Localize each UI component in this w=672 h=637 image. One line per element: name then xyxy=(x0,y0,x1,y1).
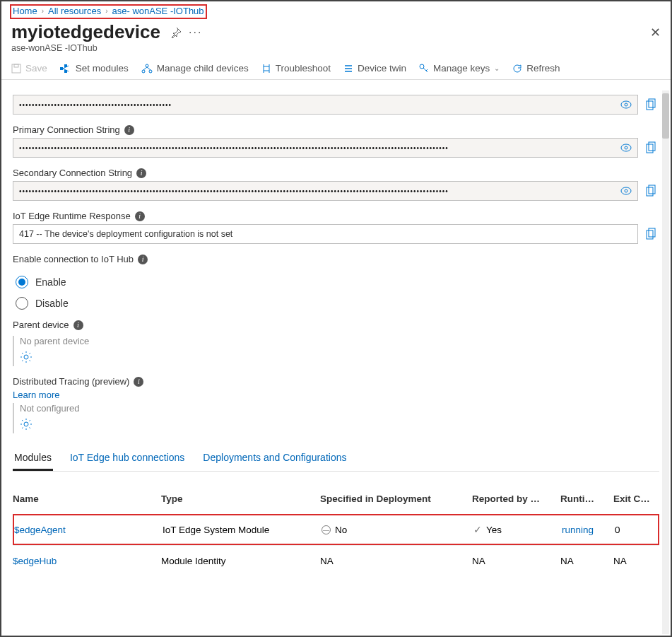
col-reported[interactable]: Reported by … xyxy=(472,493,560,504)
copy-icon[interactable] xyxy=(645,98,659,111)
svg-rect-2 xyxy=(60,67,63,70)
module-tabs: Modules IoT Edge hub connections Deploym… xyxy=(13,452,659,472)
radio-button-icon[interactable] xyxy=(16,276,28,288)
check-icon: ✓ xyxy=(473,524,482,535)
distributed-tracing-label: Distributed Tracing (preview) i xyxy=(13,376,143,387)
svg-point-27 xyxy=(625,189,627,192)
module-exit: 0 xyxy=(615,525,654,535)
col-name[interactable]: Name xyxy=(13,493,161,504)
module-reported: ✓ Yes xyxy=(473,524,562,535)
masked-dots: ••••••••••••••••••••••••••••••••••••••••… xyxy=(19,187,449,195)
modules-icon xyxy=(60,64,71,74)
module-name-link[interactable]: $edgeAgent xyxy=(14,525,163,535)
svg-point-7 xyxy=(146,64,148,67)
breadcrumb-all-resources[interactable]: All resources xyxy=(48,6,101,16)
runtime-response-field[interactable]: 417 -- The device's deployment configura… xyxy=(13,224,638,244)
refresh-label: Refresh xyxy=(526,63,560,74)
breadcrumb-hub[interactable]: ase- wonASE -IOThub xyxy=(112,6,204,16)
svg-point-22 xyxy=(621,144,631,151)
device-twin-button[interactable]: Device twin xyxy=(343,63,406,74)
module-name-link[interactable]: $edgeHub xyxy=(13,556,161,566)
page-subtitle: ase-wonASE -IOThub xyxy=(1,43,671,57)
table-row[interactable]: $edgeAgentIoT Edge System Module— No✓ Ye… xyxy=(13,514,659,545)
radio-disable[interactable]: Disable xyxy=(16,297,659,310)
list-icon xyxy=(343,64,353,74)
copy-icon[interactable] xyxy=(645,185,659,197)
info-icon[interactable]: i xyxy=(136,168,146,178)
copy-icon[interactable] xyxy=(645,228,659,240)
breadcrumb-home[interactable]: Home xyxy=(13,6,37,16)
col-exit[interactable]: Exit C… xyxy=(613,493,652,504)
content-area: ••••••••••••••••••••••••••••••••••••••••… xyxy=(3,90,662,634)
scrollbar-track[interactable] xyxy=(662,90,669,634)
masked-field-top[interactable]: ••••••••••••••••••••••••••••••••••••••••… xyxy=(13,95,638,115)
col-runtime[interactable]: Runti… xyxy=(560,493,613,504)
table-row[interactable]: $edgeHubModule IdentityNANANANA xyxy=(13,545,659,576)
tab-modules[interactable]: Modules xyxy=(13,452,53,471)
svg-point-33 xyxy=(24,422,28,426)
info-icon[interactable]: i xyxy=(73,320,83,330)
svg-rect-25 xyxy=(649,142,655,151)
svg-rect-28 xyxy=(647,187,653,196)
info-icon[interactable]: i xyxy=(138,255,148,264)
svg-point-8 xyxy=(142,70,145,73)
svg-rect-0 xyxy=(12,64,20,73)
table-header-row: Name Type Specified in Deployment Report… xyxy=(13,483,659,514)
hierarchy-icon xyxy=(141,64,153,74)
parent-device-section: No parent device xyxy=(13,336,659,366)
set-modules-button[interactable]: Set modules xyxy=(60,63,129,74)
save-icon xyxy=(11,64,21,74)
eye-icon[interactable] xyxy=(620,144,632,152)
radio-button-icon[interactable] xyxy=(16,297,28,310)
more-icon[interactable]: ··· xyxy=(189,26,202,39)
col-specified[interactable]: Specified in Deployment xyxy=(320,493,472,504)
info-icon[interactable]: i xyxy=(134,377,143,387)
secondary-conn-label: Secondary Connection String i xyxy=(13,168,146,178)
key-icon xyxy=(419,64,429,74)
info-icon[interactable]: i xyxy=(124,125,134,135)
pin-icon[interactable] xyxy=(170,27,182,38)
eye-icon[interactable] xyxy=(620,187,632,195)
chevron-right-icon: › xyxy=(105,7,107,15)
set-modules-label: Set modules xyxy=(76,63,129,74)
title-row: myiotedgedevice ··· ✕ xyxy=(1,18,671,43)
close-icon[interactable]: ✕ xyxy=(650,25,661,40)
gear-icon[interactable] xyxy=(20,351,33,363)
svg-point-19 xyxy=(625,103,627,106)
gear-icon[interactable] xyxy=(20,418,33,431)
manage-children-label: Manage child devices xyxy=(157,63,249,74)
troubleshoot-button[interactable]: Troubleshoot xyxy=(261,63,331,74)
radio-enable-label: Enable xyxy=(35,276,66,288)
troubleshoot-label: Troubleshoot xyxy=(276,63,331,74)
copy-icon[interactable] xyxy=(645,141,659,154)
refresh-button[interactable]: Refresh xyxy=(512,63,560,74)
primary-conn-label: Primary Connection String i xyxy=(13,124,134,135)
svg-point-18 xyxy=(621,101,631,108)
manage-keys-label: Manage keys xyxy=(433,63,490,74)
masked-dots: ••••••••••••••••••••••••••••••••••••••••… xyxy=(19,101,172,109)
col-type[interactable]: Type xyxy=(161,493,320,504)
scrollbar-thumb[interactable] xyxy=(662,93,669,139)
svg-line-10 xyxy=(143,67,147,70)
radio-enable[interactable]: Enable xyxy=(16,276,659,288)
runtime-response-label: IoT Edge Runtime Response i xyxy=(13,211,145,221)
secondary-conn-field[interactable]: ••••••••••••••••••••••••••••••••••••••••… xyxy=(13,181,638,201)
svg-rect-1 xyxy=(14,64,18,67)
eye-icon[interactable] xyxy=(620,100,632,109)
info-icon[interactable]: i xyxy=(135,211,145,221)
svg-line-17 xyxy=(426,69,428,71)
primary-conn-field[interactable]: ••••••••••••••••••••••••••••••••••••••••… xyxy=(13,138,638,158)
tab-hub-connections[interactable]: IoT Edge hub connections xyxy=(69,452,186,471)
module-runtime: NA xyxy=(560,556,613,566)
learn-more-link[interactable]: Learn more xyxy=(13,390,659,400)
chevron-down-icon: ⌄ xyxy=(494,64,500,72)
svg-point-26 xyxy=(621,187,631,194)
module-runtime[interactable]: running xyxy=(562,525,615,535)
breadcrumb: Home › All resources › ase- wonASE -IOTh… xyxy=(1,1,671,18)
manage-keys-button[interactable]: Manage keys ⌄ xyxy=(419,63,500,74)
enable-connection-label: Enable connection to IoT Hub i xyxy=(13,254,148,264)
device-twin-label: Device twin xyxy=(358,63,406,74)
tab-deployments[interactable]: Deployments and Configurations xyxy=(201,452,348,471)
runtime-response-value: 417 -- The device's deployment configura… xyxy=(19,229,232,239)
manage-children-button[interactable]: Manage child devices xyxy=(141,63,249,74)
